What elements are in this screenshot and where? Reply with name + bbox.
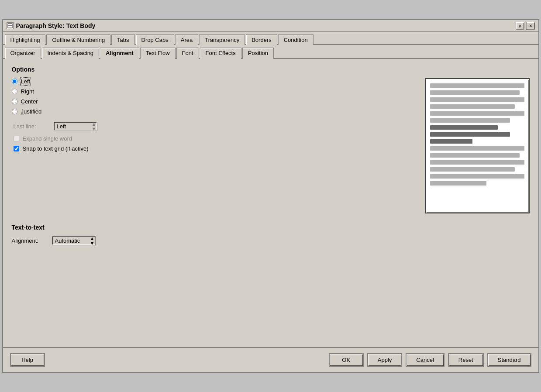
tab-borders[interactable]: Borders — [246, 34, 277, 45]
preview-line-10 — [430, 146, 524, 151]
tab-text-flow[interactable]: Text Flow — [140, 48, 176, 59]
expand-single-word-label: Expand single word — [23, 135, 72, 142]
snap-to-grid-label: Snap to text grid (if active) — [23, 145, 89, 152]
button-row: Help OK Apply Cancel Reset Standard — [3, 347, 538, 372]
radio-center-input[interactable] — [12, 99, 17, 104]
options-section: Left Right Center Justified — [12, 78, 530, 213]
last-line-select[interactable]: Left Right Center Justified — [54, 122, 97, 131]
text-to-text-select-wrapper: Automatic Left Right Center Justified ▲ … — [52, 236, 96, 245]
text-to-text-section: Text-to-text Alignment: Automatic Left R… — [12, 224, 530, 245]
tab-area[interactable]: Area — [175, 34, 198, 45]
title-bar: Paragraph Style: Text Body ∨ ✕ — [3, 20, 538, 32]
snap-to-grid-row: Snap to text grid (if active) — [14, 145, 416, 152]
tab-indents-spacing[interactable]: Indents & Spacing — [42, 48, 100, 59]
alignment-radio-group: Left Right Center Justified — [12, 78, 416, 115]
radio-justified[interactable]: Justified — [12, 108, 416, 115]
radio-left-label: Left — [21, 78, 31, 85]
preview-line-4 — [430, 104, 515, 109]
tab-tabs[interactable]: Tabs — [111, 34, 134, 45]
reset-button[interactable]: Reset — [448, 353, 484, 367]
expand-single-word-row: Expand single word — [14, 135, 416, 142]
btn-group-right: OK Apply Cancel Reset Standard — [329, 353, 531, 367]
options-title: Options — [12, 66, 530, 73]
title-bar-left: Paragraph Style: Text Body — [7, 22, 96, 29]
preview-line-13 — [430, 167, 515, 172]
content-area: Options Left Right Center — [3, 59, 538, 347]
window-title: Paragraph Style: Text Body — [16, 22, 96, 29]
preview-line-9 — [430, 139, 472, 144]
radio-justified-label: Justified — [21, 108, 42, 115]
radio-center-label: Center — [21, 98, 38, 105]
tab-drop-caps[interactable]: Drop Caps — [136, 34, 174, 45]
title-bar-buttons: ∨ ✕ — [516, 22, 535, 30]
main-window: Paragraph Style: Text Body ∨ ✕ Highlight… — [2, 19, 539, 373]
preview-line-7 — [430, 125, 498, 130]
tab-organizer[interactable]: Organizer — [5, 48, 41, 59]
radio-right[interactable]: Right — [12, 88, 416, 95]
tab-condition[interactable]: Condition — [278, 34, 314, 45]
tab-font[interactable]: Font — [176, 48, 199, 59]
snap-to-grid-checkbox[interactable] — [14, 146, 19, 151]
radio-center[interactable]: Center — [12, 98, 416, 105]
radio-left[interactable]: Left — [12, 78, 416, 85]
preview-line-5 — [430, 111, 524, 116]
preview-line-14 — [430, 174, 524, 179]
tab-row-1: HighlightingOutline & NumberingTabsDrop … — [3, 32, 538, 45]
preview-line-12 — [430, 160, 524, 165]
preview-line-1 — [430, 83, 524, 88]
alignment-preview — [425, 78, 530, 213]
window-icon — [7, 22, 14, 29]
tab-transparency[interactable]: Transparency — [199, 34, 245, 45]
text-to-text-alignment-label: Alignment: — [12, 237, 47, 244]
radio-right-label: Right — [21, 88, 34, 95]
standard-button[interactable]: Standard — [487, 353, 531, 367]
last-line-select-wrapper: Left Right Center Justified ▲ ▼ — [54, 122, 97, 131]
radio-justified-input[interactable] — [12, 109, 17, 114]
preview-line-11 — [430, 153, 520, 158]
tab-font-effects[interactable]: Font Effects — [200, 48, 241, 59]
text-to-text-title: Text-to-text — [12, 224, 530, 231]
preview-line-3 — [430, 97, 524, 102]
last-line-label: Last line: — [14, 123, 48, 130]
text-to-text-alignment-row: Alignment: Automatic Left Right Center J… — [12, 236, 530, 245]
ok-button[interactable]: OK — [329, 353, 364, 367]
apply-button[interactable]: Apply — [367, 353, 403, 367]
preview-line-8 — [430, 132, 510, 137]
cancel-button[interactable]: Cancel — [406, 353, 444, 367]
options-left: Left Right Center Justified — [12, 78, 416, 213]
close-button[interactable]: ✕ — [526, 22, 535, 30]
tab-outline-numbering[interactable]: Outline & Numbering — [46, 34, 110, 45]
last-line-row: Last line: Left Right Center Justified ▲… — [14, 122, 416, 131]
svg-rect-0 — [8, 24, 12, 28]
minimize-button[interactable]: ∨ — [516, 22, 524, 30]
radio-left-input[interactable] — [12, 79, 17, 84]
expand-single-word-checkbox[interactable] — [14, 136, 19, 141]
preview-line-6 — [430, 118, 510, 123]
tab-alignment[interactable]: Alignment — [100, 48, 139, 59]
radio-right-input[interactable] — [12, 89, 17, 94]
tab-position[interactable]: Position — [242, 48, 274, 59]
tab-row-2: OrganizerIndents & SpacingAlignmentText … — [3, 45, 538, 59]
preview-line-2 — [430, 90, 520, 95]
preview-line-15 — [430, 181, 487, 186]
tab-highlighting[interactable]: Highlighting — [5, 34, 46, 45]
help-button[interactable]: Help — [10, 353, 45, 367]
text-to-text-select[interactable]: Automatic Left Right Center Justified — [52, 236, 96, 245]
